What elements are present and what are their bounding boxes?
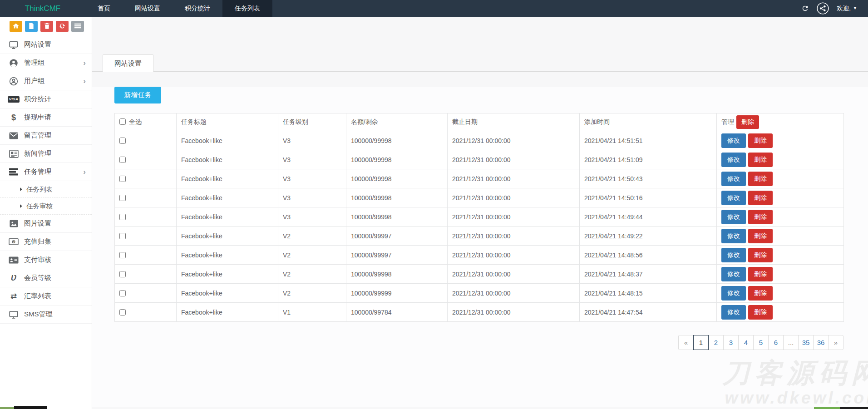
delete-button[interactable]: 删除 bbox=[748, 133, 773, 148]
nav-item-home[interactable]: 首页 bbox=[85, 0, 123, 17]
sidebar-item-label: 网站设置 bbox=[24, 40, 51, 49]
cell-quota: 100000/99998 bbox=[346, 265, 448, 284]
sidebar-item-member-level[interactable]: Ʋ会员等级 bbox=[0, 269, 92, 287]
sidebar-item-recharge-collection[interactable]: 0充值归集 bbox=[0, 233, 92, 251]
edit-button[interactable]: 修改 bbox=[721, 248, 746, 262]
cell-added: 2021/04/21 14:50:16 bbox=[580, 188, 717, 207]
row-checkbox[interactable] bbox=[119, 176, 126, 182]
sidebar-item-label: 任务列表 bbox=[26, 185, 53, 194]
cell-level: V2 bbox=[278, 227, 346, 246]
sidebar-item-task-review[interactable]: 任务审核 bbox=[0, 198, 92, 215]
row-checkbox[interactable] bbox=[119, 233, 126, 239]
page-5[interactable]: 5 bbox=[753, 335, 769, 350]
avatar[interactable] bbox=[817, 2, 829, 15]
row-checkbox[interactable] bbox=[119, 252, 126, 258]
sidebar-toolbar bbox=[0, 17, 92, 36]
row-checkbox[interactable] bbox=[119, 290, 126, 296]
top-navbar: ThinkCMF 首页网站设置积分统计任务列表 欢迎, ▼ bbox=[0, 0, 868, 17]
page-prev[interactable]: « bbox=[678, 335, 694, 350]
delete-button[interactable]: 删除 bbox=[748, 172, 773, 186]
sidebar-item-points-stats[interactable]: VISA积分统计 bbox=[0, 90, 92, 108]
sidebar-item-news-mgmt[interactable]: 新闻管理 bbox=[0, 145, 92, 163]
row-checkbox[interactable] bbox=[119, 309, 126, 315]
cell-title: Facebook+like bbox=[177, 150, 278, 169]
nav-item-points-stats[interactable]: 积分统计 bbox=[173, 0, 222, 17]
recycle-icon bbox=[59, 23, 65, 30]
sidebar-item-user-group[interactable]: 用户组› bbox=[0, 72, 92, 90]
sidebar-item-payment-review[interactable]: 支付审核 bbox=[0, 251, 92, 269]
chevron-down-icon: ▼ bbox=[853, 6, 857, 10]
cell-level: V1 bbox=[278, 303, 346, 322]
row-checkbox[interactable] bbox=[119, 195, 126, 201]
cell-quota: 100000/99998 bbox=[346, 188, 448, 207]
sidebar-item-exchange-rate-list[interactable]: ⇄汇率列表 bbox=[0, 287, 92, 306]
delete-button[interactable]: 删除 bbox=[748, 248, 773, 262]
user-icon bbox=[6, 77, 21, 86]
brand-logo[interactable]: ThinkCMF bbox=[0, 0, 85, 17]
toolbar-list-button[interactable] bbox=[71, 21, 84, 32]
sidebar-item-sms-mgmt[interactable]: SMS管理 bbox=[0, 306, 92, 324]
sidebar-item-task-list[interactable]: 任务列表 bbox=[0, 181, 92, 198]
nav-item-task-list[interactable]: 任务列表 bbox=[222, 0, 272, 17]
page-2[interactable]: 2 bbox=[708, 335, 724, 350]
edit-button[interactable]: 修改 bbox=[721, 172, 746, 186]
select-all-checkbox[interactable] bbox=[119, 118, 126, 125]
welcome-menu[interactable]: 欢迎, ▼ bbox=[837, 5, 857, 13]
sidebar-item-task-mgmt[interactable]: 任务管理› bbox=[0, 163, 92, 181]
delete-button[interactable]: 删除 bbox=[748, 305, 773, 320]
edit-button[interactable]: 修改 bbox=[721, 191, 746, 205]
nav-item-site-settings[interactable]: 网站设置 bbox=[123, 0, 173, 17]
edit-button[interactable]: 修改 bbox=[721, 133, 746, 148]
sidebar-item-image-settings[interactable]: 图片设置 bbox=[0, 215, 92, 233]
sidebar-item-admin-group[interactable]: 管理组› bbox=[0, 54, 92, 72]
sidebar-item-withdraw-request[interactable]: $提现申请 bbox=[0, 108, 92, 127]
page-6[interactable]: 6 bbox=[768, 335, 784, 350]
delete-button[interactable]: 删除 bbox=[748, 191, 773, 205]
exchange-icon: ⇄ bbox=[6, 292, 21, 300]
add-task-button[interactable]: 新增任务 bbox=[114, 87, 161, 103]
delete-button[interactable]: 删除 bbox=[748, 286, 773, 301]
edit-button[interactable]: 修改 bbox=[721, 286, 746, 301]
page-35[interactable]: 35 bbox=[798, 335, 814, 350]
cell-added: 2021/04/21 14:50:43 bbox=[580, 169, 717, 188]
row-checkbox[interactable] bbox=[119, 271, 126, 277]
edit-button[interactable]: 修改 bbox=[721, 267, 746, 281]
edit-button[interactable]: 修改 bbox=[721, 305, 746, 320]
column-header: 名额/剩余 bbox=[346, 113, 448, 131]
delete-button[interactable]: 删除 bbox=[748, 153, 773, 167]
tab-site-settings[interactable]: 网站设置 bbox=[103, 54, 153, 72]
page-4[interactable]: 4 bbox=[738, 335, 754, 350]
toolbar-trash-button[interactable] bbox=[40, 21, 53, 32]
chevron-right-icon: › bbox=[83, 77, 86, 85]
bulk-delete-button[interactable]: 删除 bbox=[736, 115, 759, 129]
refresh-icon[interactable] bbox=[801, 5, 809, 12]
cell-title: Facebook+like bbox=[177, 227, 278, 246]
delete-button[interactable]: 删除 bbox=[748, 210, 773, 224]
page-1[interactable]: 1 bbox=[693, 335, 709, 350]
delete-button[interactable]: 删除 bbox=[748, 267, 773, 281]
delete-button[interactable]: 删除 bbox=[748, 229, 773, 243]
edit-button[interactable]: 修改 bbox=[721, 229, 746, 243]
row-checkbox[interactable] bbox=[119, 138, 126, 144]
edit-button[interactable]: 修改 bbox=[721, 153, 746, 167]
row-checkbox[interactable] bbox=[119, 157, 126, 163]
table-header-row: 全选任务标题任务级别名额/剩余截止日期添加时间管理删除 bbox=[115, 113, 844, 131]
page-36[interactable]: 36 bbox=[813, 335, 829, 350]
tab-panel: 新增任务 全选任务标题任务级别名额/剩余截止日期添加时间管理删除 Faceboo… bbox=[92, 87, 868, 407]
sidebar-item-site-settings[interactable]: 网站设置 bbox=[0, 36, 92, 54]
visa-icon: VISA bbox=[6, 96, 21, 103]
manage-label: 管理 bbox=[721, 118, 734, 125]
row-checkbox[interactable] bbox=[119, 214, 126, 220]
toolbar-recycle-button[interactable] bbox=[56, 21, 69, 32]
select-all-label: 全选 bbox=[129, 118, 142, 125]
edit-button[interactable]: 修改 bbox=[721, 210, 746, 224]
page-3[interactable]: 3 bbox=[723, 335, 739, 350]
cell-title: Facebook+like bbox=[177, 131, 278, 150]
toolbar-file-button[interactable] bbox=[25, 21, 38, 32]
page-next[interactable]: » bbox=[828, 335, 843, 350]
toolbar-home-button[interactable] bbox=[10, 21, 22, 32]
sidebar-item-message-mgmt[interactable]: 留言管理 bbox=[0, 127, 92, 145]
navbar-menu: 首页网站设置积分统计任务列表 bbox=[85, 0, 272, 17]
bottom-right-black-artifact bbox=[840, 407, 868, 409]
bottom-right-green-artifact bbox=[814, 407, 840, 409]
